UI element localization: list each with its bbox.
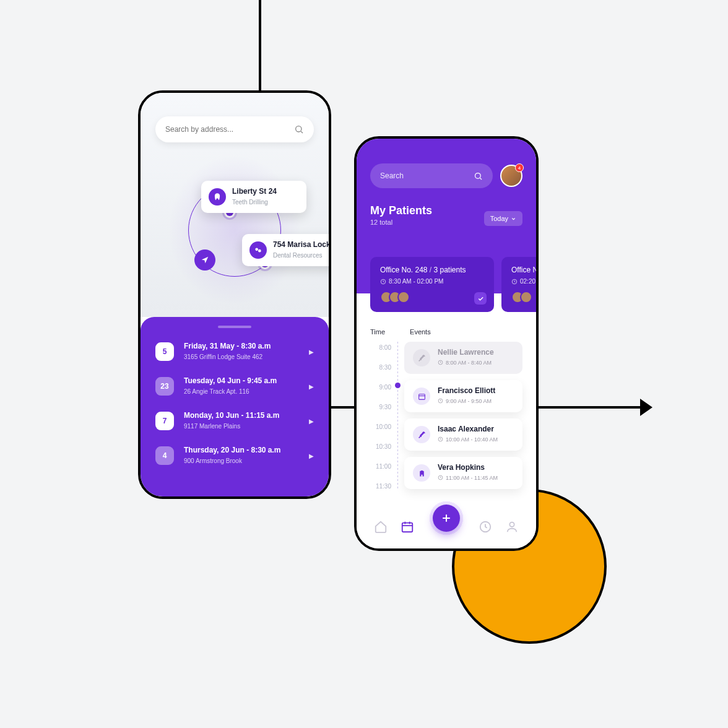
chevron-right-icon: ▶ (309, 418, 314, 425)
filter-dropdown[interactable]: Today (484, 211, 522, 226)
time-label: 10:00 (370, 423, 391, 430)
svg-rect-11 (402, 523, 412, 532)
now-indicator (395, 383, 401, 388)
appointment-title: Thursday, 20 Jun - 8:30 a.m (184, 446, 299, 454)
search-bar[interactable] (155, 116, 314, 142)
timeline-line (397, 342, 398, 490)
day-badge: 5 (155, 342, 174, 361)
day-badge: 7 (155, 412, 174, 430)
svg-rect-7 (418, 394, 425, 399)
clock-icon (380, 279, 386, 285)
chevron-right-icon: ▶ (309, 453, 314, 459)
time-label: 9:30 (370, 404, 391, 410)
event-card[interactable]: Francisco Elliott 9:00 AM - 9:50 AM (404, 380, 522, 412)
calendar-icon (401, 520, 414, 534)
timeline-section: Time Events 8:008:309:009:3010:0010:3011… (357, 293, 536, 504)
event-time: 11:00 AM - 11:45 AM (438, 475, 498, 481)
event-name: Isaac Alexander (438, 425, 498, 433)
building-icon (413, 464, 430, 482)
appointments-sheet[interactable]: 5Friday, 31 May - 8:30 a.m3165 Griffin L… (141, 317, 329, 496)
map-area[interactable]: Liberty St 24 Teeth Drilling 754 Marisa … (141, 93, 329, 317)
office-name: Office N (511, 266, 538, 274)
event-card[interactable]: Nellie Lawrence 8:00 AM - 8:40 AM (404, 342, 522, 374)
svg-point-3 (475, 173, 481, 178)
time-label: 8:30 (370, 364, 391, 371)
appointment-title: Monday, 10 Jun - 11:15 a.m (184, 411, 299, 420)
event-name: Vera Hopkins (438, 463, 498, 472)
appointment-row[interactable]: 4Thursday, 20 Jun - 8:30 a.m900 Armstron… (141, 438, 329, 473)
nav-profile[interactable] (505, 520, 519, 534)
radar-overlay: Liberty St 24 Teeth Drilling 754 Marisa … (160, 147, 309, 313)
bottom-nav (357, 505, 536, 548)
fab-wrap (427, 498, 466, 538)
time-label: 11:00 (370, 463, 391, 470)
syringe-icon (413, 426, 430, 443)
appointment-row[interactable]: 23Tuesday, 04 Jun - 9:45 a.m26 Angie Tra… (141, 369, 329, 404)
chevron-down-icon (511, 216, 516, 222)
plus-icon (440, 512, 453, 524)
svg-point-13 (509, 522, 514, 527)
appointment-row[interactable]: 5Friday, 31 May - 8:30 a.m3165 Griffin L… (141, 334, 329, 369)
current-location-icon[interactable] (194, 249, 215, 271)
tooth-icon (209, 188, 226, 206)
chevron-right-icon: ▶ (309, 383, 314, 390)
day-badge: 4 (155, 446, 174, 465)
nav-history[interactable] (479, 520, 492, 534)
page-subtitle: 12 total (370, 219, 432, 226)
office-patients: 3 patients (434, 266, 466, 274)
appointment-sub: 9117 Marlene Plains (184, 423, 240, 430)
header: 4 My Patients 12 total Today Office No. … (357, 139, 536, 293)
time-label: 11:30 (370, 483, 391, 490)
event-card[interactable]: Vera Hopkins 11:00 AM - 11:45 AM (404, 457, 522, 489)
appointment-sub: 3165 Griffin Lodge Suite 462 (184, 353, 262, 360)
page-title: My Patients (370, 204, 432, 217)
appointment-sub: 900 Armstrong Brook (184, 457, 242, 464)
event-time: 9:00 AM - 9:50 AM (438, 398, 492, 404)
filter-label: Today (490, 215, 508, 222)
chevron-right-icon: ▶ (309, 349, 314, 355)
nav-calendar[interactable] (401, 520, 414, 534)
time-labels: 8:008:309:009:3010:0010:3011:0011:30 (370, 342, 391, 490)
office-time: 8:30 AM - 02:00 PM (389, 278, 443, 285)
add-button[interactable] (433, 505, 460, 532)
notification-badge: 4 (515, 163, 524, 172)
svg-point-2 (258, 249, 261, 253)
arrow-icon (640, 399, 652, 416)
col-time: Time (370, 328, 385, 336)
svg-point-1 (255, 248, 258, 251)
appointment-row[interactable]: 7Monday, 10 Jun - 11:15 a.m9117 Marlene … (141, 404, 329, 438)
search-icon (474, 171, 483, 181)
col-events: Events (410, 328, 431, 336)
office-name: Office No. 248 (380, 266, 428, 274)
event-time: 8:00 AM - 8:40 AM (438, 360, 492, 366)
callout-sub: Dental Resources (273, 252, 322, 259)
clock-icon (479, 520, 492, 534)
event-name: Francisco Elliott (438, 386, 495, 395)
map-callout[interactable]: Liberty St 24 Teeth Drilling (201, 181, 306, 213)
appointment-title: Friday, 31 May - 8:30 a.m (184, 342, 299, 350)
home-icon (374, 520, 388, 534)
phone-map: Liberty St 24 Teeth Drilling 754 Marisa … (138, 90, 331, 499)
search-input[interactable] (380, 171, 474, 180)
nav-home[interactable] (374, 520, 388, 534)
search-bar[interactable] (370, 163, 493, 188)
appointment-sub: 26 Angie Track Apt. 116 (184, 388, 249, 395)
callout-title: Liberty St 24 (232, 187, 277, 196)
syringe-icon (413, 349, 430, 366)
phone-patients: 4 My Patients 12 total Today Office No. … (354, 136, 539, 551)
appointment-title: Tuesday, 04 Jun - 9:45 a.m (184, 376, 299, 385)
event-time: 10:00 AM - 10:40 AM (438, 436, 498, 443)
drag-handle-icon[interactable] (218, 326, 251, 328)
clock-icon (511, 279, 518, 285)
search-input[interactable] (165, 125, 294, 134)
time-label: 10:30 (370, 443, 391, 450)
event-card[interactable]: Isaac Alexander 10:00 AM - 10:40 AM (404, 418, 522, 451)
time-label: 8:00 (370, 344, 391, 351)
user-icon (505, 520, 519, 534)
map-callout[interactable]: 754 Marisa Lock Dental Resources (242, 234, 331, 266)
avatar[interactable]: 4 (500, 165, 522, 187)
day-badge: 23 (155, 377, 174, 396)
calendar-icon (413, 388, 430, 405)
callout-title: 754 Marisa Lock (273, 240, 331, 249)
search-icon (294, 124, 304, 134)
